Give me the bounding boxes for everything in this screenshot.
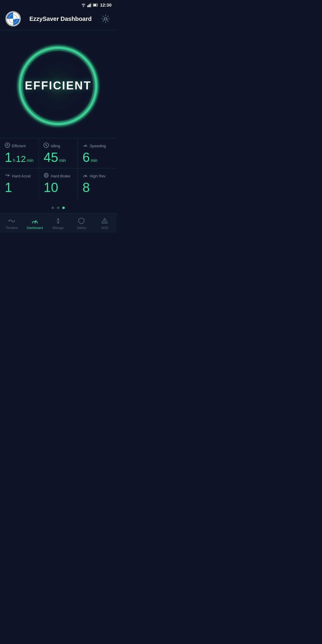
svg-text:BMW: BMW: [11, 18, 16, 20]
dashboard-icon: [31, 217, 39, 225]
nav-label-mileage: Mileage: [52, 226, 64, 230]
mileage-icon: [54, 217, 62, 225]
efficient-min: 12: [16, 154, 26, 163]
gauge-area: EFFICIENT: [0, 30, 116, 138]
nav-label-dashboard: Dashboard: [27, 226, 43, 230]
stat-hard-accel: Hard Accel 1: [0, 168, 39, 198]
efficient-number: 1: [5, 151, 12, 164]
svg-point-29: [35, 223, 35, 224]
svg-point-25: [85, 177, 86, 177]
speeding-unit: min: [91, 158, 97, 163]
settings-icon[interactable]: [100, 13, 111, 24]
speeding-number: 6: [83, 151, 90, 164]
stat-high-rev: High Rev 8: [78, 168, 116, 198]
signal-icon: [87, 3, 92, 7]
hard-accel-number: 1: [5, 181, 12, 194]
efficient-label: Efficient: [12, 144, 26, 148]
hard-accel-icon: [5, 173, 10, 179]
hard-accel-label: Hard Accel: [12, 174, 31, 178]
svg-rect-5: [94, 4, 96, 6]
high-rev-icon: [83, 173, 88, 179]
svg-point-18: [46, 145, 47, 146]
svg-rect-1: [89, 4, 89, 7]
speeding-value: 6 min: [83, 151, 113, 164]
pagination-dot-3[interactable]: [62, 207, 65, 209]
nav-item-safety[interactable]: Safety: [70, 216, 93, 231]
safety-icon: [78, 217, 85, 225]
nav-label-sos: SOS: [101, 226, 108, 230]
svg-point-19: [85, 146, 85, 147]
svg-point-10: [104, 17, 107, 20]
svg-rect-3: [91, 3, 92, 7]
header: BMW EzzySaver Dashboard: [0, 9, 116, 30]
svg-line-24: [86, 175, 87, 176]
wifi-icon: [81, 3, 86, 7]
pagination-dots: [0, 201, 116, 213]
nav-item-mileage[interactable]: Mileage: [47, 216, 70, 231]
hard-brake-number: 10: [44, 181, 58, 194]
bottom-nav: Timeline Dashboard Mileage Safety: [0, 213, 116, 233]
pagination-dot-1[interactable]: [52, 207, 54, 209]
high-rev-number: 8: [83, 181, 90, 194]
efficient-icon: [5, 143, 10, 149]
idling-icon: [44, 143, 49, 149]
nav-item-timeline[interactable]: Timeline: [0, 216, 23, 231]
svg-point-31: [104, 222, 105, 223]
efficient-value: 1 h 12 min: [5, 151, 35, 164]
hard-brake-icon: [44, 173, 49, 179]
svg-point-26: [8, 220, 10, 222]
stat-idling: Idling 45 min: [39, 138, 78, 168]
svg-point-27: [11, 220, 12, 222]
nav-item-dashboard[interactable]: Dashboard: [23, 216, 47, 231]
efficient-unit-min: min: [27, 158, 34, 163]
svg-rect-0: [87, 5, 88, 7]
stat-efficient: Efficient 1 h 12 min: [0, 138, 39, 168]
speeding-label: Speeding: [90, 144, 106, 148]
idling-label: Idling: [51, 144, 60, 148]
stat-speeding: Speeding 6 min: [78, 138, 116, 168]
sos-icon: [101, 217, 109, 225]
efficient-unit-h: h: [13, 158, 15, 163]
bmw-logo: BMW: [5, 11, 21, 27]
idling-unit: min: [59, 158, 66, 163]
stats-row-2: Hard Accel 1 Hard Brake 10: [0, 168, 116, 198]
header-title: EzzySaver Dashboard: [21, 16, 100, 22]
stat-hard-brake: Hard Brake 10: [39, 168, 78, 198]
high-rev-label: High Rev: [90, 174, 106, 178]
high-rev-value: 8: [83, 181, 113, 194]
nav-item-sos[interactable]: SOS: [93, 216, 116, 231]
timeline-icon: [8, 217, 16, 225]
gauge-ring: EFFICIENT: [13, 41, 103, 131]
hard-brake-label: Hard Brake: [51, 174, 70, 178]
nav-label-safety: Safety: [77, 226, 86, 230]
svg-point-28: [14, 220, 15, 222]
hard-accel-value: 1: [5, 181, 35, 194]
battery-icon: [93, 3, 98, 7]
svg-point-22: [46, 175, 47, 176]
pagination-dot-2[interactable]: [57, 207, 59, 209]
idling-value: 45 min: [44, 151, 74, 164]
idling-number: 45: [44, 151, 58, 164]
status-bar: 12:30: [0, 0, 116, 9]
stats-row-1: Efficient 1 h 12 min Idling: [0, 138, 116, 168]
svg-line-23: [84, 175, 84, 176]
status-time: 12:30: [100, 2, 112, 7]
speeding-icon: [83, 143, 88, 149]
stats-section: Efficient 1 h 12 min Idling: [0, 138, 116, 201]
gauge-label: EFFICIENT: [25, 79, 91, 92]
hard-brake-value: 10: [44, 181, 74, 194]
svg-rect-2: [90, 4, 91, 7]
nav-label-timeline: Timeline: [5, 226, 18, 230]
status-icons: [81, 3, 98, 7]
